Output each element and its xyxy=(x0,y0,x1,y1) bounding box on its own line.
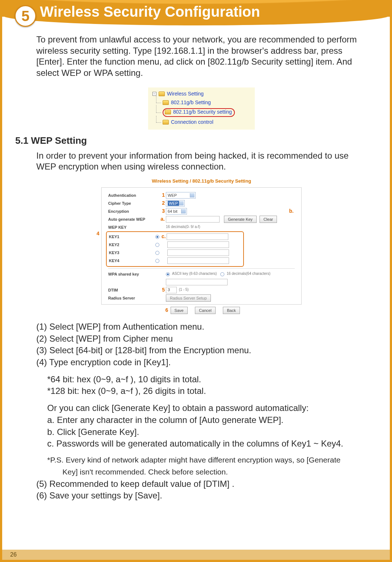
folder-icon xyxy=(159,91,165,96)
key1-radio[interactable] xyxy=(155,235,159,239)
wep-intro: In order to prevent your information fro… xyxy=(36,150,367,172)
key2-radio[interactable] xyxy=(155,243,159,247)
wpa-hex-radio[interactable] xyxy=(220,272,224,276)
collapse-icon: − xyxy=(152,92,156,96)
wpa-key-input[interactable] xyxy=(166,279,228,285)
save-button[interactable]: Save xyxy=(171,307,188,314)
autogen-input[interactable] xyxy=(166,216,220,223)
label-key2: KEY2 xyxy=(109,242,155,247)
page-footer: 26 xyxy=(2,550,390,560)
label-encryption: Encryption xyxy=(108,209,160,214)
callout-4: 4 xyxy=(97,231,99,237)
tree-item: Connection control xyxy=(150,118,253,127)
wep-form-figure: Wireless Setting / 802.11g/b Security Se… xyxy=(101,178,302,314)
tree-root-label: Wireless Setting xyxy=(167,91,204,97)
autogen-b: b. Click [Generate Key]. xyxy=(36,427,367,438)
select-value: WEP xyxy=(168,201,179,206)
step-5: (5) Recommended to keep default value of… xyxy=(36,478,367,490)
chapter-number-badge: 5 xyxy=(15,5,36,27)
dtim-input[interactable]: 3 xyxy=(166,287,177,293)
select-value: WEP xyxy=(168,193,177,198)
wpa-ascii-label: ASCII key (8-63 characters) xyxy=(172,272,217,276)
wpa-ascii-radio[interactable] xyxy=(166,272,170,276)
callout-a: a. xyxy=(160,216,165,223)
label-wepkey: WEP KEY xyxy=(108,225,160,230)
form-breadcrumb: Wireless Setting / 802.11g/b Security Se… xyxy=(101,178,302,184)
step-1: (1) Select [WEP] from Authentication men… xyxy=(36,321,367,333)
tree-item-label: Connection control xyxy=(171,119,213,126)
select-value: 64 bit xyxy=(168,209,177,214)
key1-input[interactable] xyxy=(167,233,228,240)
ps-note: *P.S. Every kind of network adapter migh… xyxy=(47,455,367,465)
label-dtim: DTIM xyxy=(108,288,160,293)
tree-root-row: − Wireless Setting xyxy=(150,90,253,98)
callout-6: 6 xyxy=(163,307,168,314)
label-cipher: Cipher Type xyxy=(108,201,160,206)
key-block-highlight: KEY1 c. KEY2 KEY3 xyxy=(106,231,244,267)
step-2: (2) Select [WEP] from Cipher menu xyxy=(36,333,367,345)
tree-item-label: 802.11g/b Setting xyxy=(171,99,211,106)
radius-setup-button[interactable]: Radius Server Setup xyxy=(166,294,211,302)
callout-1: 1 xyxy=(160,192,165,199)
autogen-c: c. Passwords will be generated automatic… xyxy=(36,438,367,449)
nav-tree-figure: − Wireless Setting 802.11g/b Setting 802… xyxy=(148,87,255,130)
intro-paragraph: To prevent from unlawful access to your … xyxy=(36,34,367,79)
callout-b: b. xyxy=(289,208,294,215)
label-radius: Radius Server xyxy=(108,296,160,301)
callout-c: c. xyxy=(162,233,166,240)
folder-icon xyxy=(163,100,169,105)
label-auth: Authentication xyxy=(108,193,160,198)
wepkey-note: 16 decimals(0- 9/ a-f) xyxy=(166,225,200,229)
hint-128bit: *128 bit: hex (0~9, a~f ), 26 digits in … xyxy=(36,386,367,397)
autogen-a: a. Enter any character in the column of … xyxy=(36,415,367,426)
cipher-select[interactable]: WEP xyxy=(166,200,185,207)
label-key1: KEY1 xyxy=(109,234,155,239)
step-4: (4) Type encryption code in [Key1]. xyxy=(36,357,367,368)
label-wpa: WPA shared key xyxy=(108,272,160,277)
chapter-title: Wireless Security Configuration xyxy=(40,4,260,20)
dtim-range: (1 - 5) xyxy=(179,288,189,292)
callout-5: 5 xyxy=(160,287,165,293)
callout-2: 2 xyxy=(160,200,165,207)
key3-radio[interactable] xyxy=(155,251,159,255)
wpa-hex-label: 16 decimals(64 characters) xyxy=(226,272,270,276)
key4-radio[interactable] xyxy=(155,259,159,263)
authentication-select[interactable]: WEP xyxy=(166,192,196,199)
tree-item-highlighted: 802.11g/b Security setting xyxy=(150,107,253,118)
step-6: (6) Save your settings by [Save]. xyxy=(36,490,367,501)
step-3: (3) Select [64-bit] or [128-bit] from th… xyxy=(36,345,367,356)
label-autogen: Auto generate WEP xyxy=(108,217,160,222)
encryption-select[interactable]: 64 bit xyxy=(166,208,187,215)
ps-note-cont: Key] isn't recommended. Check before sel… xyxy=(36,467,367,477)
hint-64bit: *64 bit: hex (0~9, a~f ), 10 digits in t… xyxy=(36,374,367,385)
cancel-button[interactable]: Cancel xyxy=(195,307,215,314)
label-key4: KEY4 xyxy=(109,258,155,263)
back-button[interactable]: Back xyxy=(223,307,240,314)
autogen-intro: Or you can click [Generate Key] to obtai… xyxy=(36,403,367,414)
clear-button[interactable]: Clear xyxy=(260,216,277,223)
section-heading: 5.1 WEP Setting xyxy=(15,135,367,147)
folder-icon xyxy=(163,120,169,125)
key2-input[interactable] xyxy=(167,241,229,248)
tree-item-label: 802.11g/b Security setting xyxy=(173,109,232,115)
folder-icon xyxy=(165,110,171,114)
key4-input[interactable] xyxy=(167,257,229,264)
label-key3: KEY3 xyxy=(109,250,155,255)
tree-item: 802.11g/b Setting xyxy=(150,98,253,107)
chapter-banner: 5 Wireless Security Configuration xyxy=(2,0,390,29)
page-number: 26 xyxy=(10,551,17,558)
key3-input[interactable] xyxy=(167,249,229,256)
generate-key-button[interactable]: Generate Key xyxy=(224,216,257,223)
callout-3: 3 xyxy=(160,208,165,215)
